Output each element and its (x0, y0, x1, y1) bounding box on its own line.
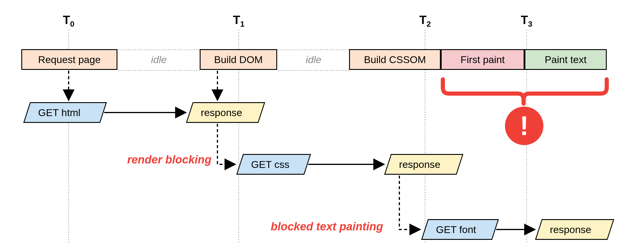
label-idle-2: idle (306, 54, 322, 65)
para-get-css-label: GET css (251, 159, 290, 170)
box-paint-text: Paint text (524, 49, 607, 70)
alert-icon: ! (505, 107, 543, 145)
idle-line-2-bot (278, 70, 349, 71)
para-response-2: response (384, 154, 464, 175)
label-t1: T1 (233, 13, 245, 29)
annot-blocked-text: blocked text painting (235, 220, 383, 233)
label-t3: T3 (521, 13, 532, 29)
para-response-3: response (535, 219, 614, 240)
idle-line-2-top (278, 49, 349, 50)
label-t0: T0 (63, 13, 75, 29)
para-get-html-label: GET html (38, 107, 80, 118)
label-t2: T2 (419, 13, 431, 29)
idle-line-1-top (118, 49, 200, 50)
label-idle-1: idle (151, 54, 167, 65)
idle-line-1-bot (118, 70, 200, 71)
para-response-1-label: response (201, 107, 242, 118)
para-get-html: GET html (23, 102, 107, 123)
arrows-layer (6, 6, 644, 244)
para-response-3-label: response (550, 224, 591, 235)
para-get-font-label: GET font (436, 224, 476, 235)
annot-render-blocking: render blocking (102, 153, 212, 166)
para-response-1: response (186, 102, 265, 123)
box-build-dom: Build DOM (200, 49, 277, 70)
box-first-paint: First paint (441, 49, 524, 70)
box-build-cssom: Build CSSOM (349, 49, 441, 70)
font-loading-timeline-diagram: T0 T1 T2 T3 Request page Build DOM Build… (6, 6, 644, 244)
para-get-font: GET font (421, 219, 499, 240)
box-request-page: Request page (21, 49, 117, 70)
para-get-css: GET css (236, 154, 311, 175)
para-response-2-label: response (399, 159, 440, 170)
alert-icon-label: ! (520, 113, 529, 139)
